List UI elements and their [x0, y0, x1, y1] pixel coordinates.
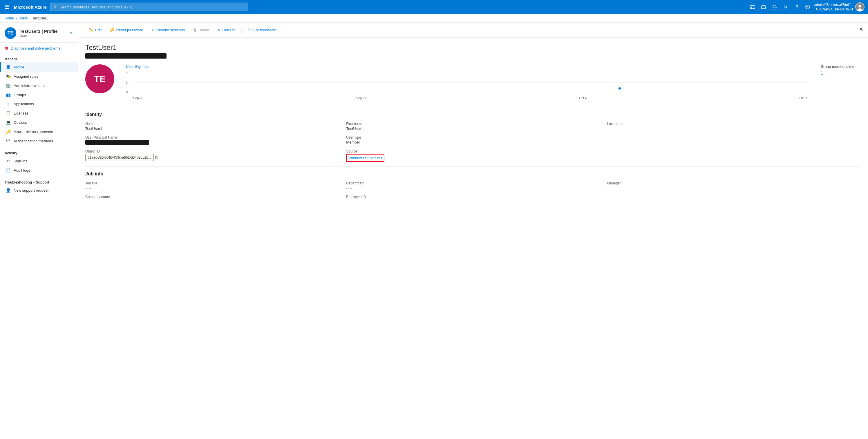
sidebar-item-label-audit-logs: Audit logs: [13, 168, 30, 173]
sidebar-item-new-support-request[interactable]: 👤 New support request: [0, 186, 78, 195]
group-memberships-label: Group memberships: [820, 64, 861, 69]
identity-field-first-name: First name TestUser1: [346, 122, 600, 131]
sidebar-item-groups[interactable]: 👥 Groups: [0, 90, 78, 99]
search-bar[interactable]: 🔍: [50, 3, 247, 11]
sidebar-section-troubleshooting: Troubleshooting + Support: [0, 178, 78, 186]
sidebar-avatar: TE: [5, 27, 16, 39]
job-value-company-name: -- --: [85, 199, 339, 204]
close-button[interactable]: ✕: [859, 26, 863, 32]
settings-icon[interactable]: [781, 2, 790, 11]
sidebar-item-profile[interactable]: 👤 Profile: [0, 62, 78, 72]
identity-field-name: Name TestUser1: [85, 122, 339, 131]
svg-point-8: [859, 5, 861, 7]
groups-icon: 👥: [5, 93, 11, 97]
applications-icon: ⊞: [5, 102, 11, 106]
notifications-icon[interactable]: [770, 2, 779, 11]
sidebar-item-label-applications: Applications: [13, 102, 34, 106]
search-input[interactable]: [60, 5, 244, 9]
revoke-sessions-button[interactable]: ⊘ Revoke sessions: [148, 26, 188, 34]
identity-label-name: Name: [85, 122, 339, 126]
sidebar-user-name: TestUser1 | Profile: [20, 29, 65, 34]
identity-field-source: Source Windows Server AD: [346, 149, 600, 162]
delete-button[interactable]: 🗑 Delete: [189, 26, 213, 34]
sidebar-item-diagnose[interactable]: ✖ Diagnose and solve problems: [0, 43, 78, 54]
reset-password-icon: 🔑: [110, 28, 114, 32]
sidebar-section-manage: Manage: [0, 54, 78, 62]
sidebar-item-label-profile: Profile: [13, 65, 24, 69]
identity-label-last-name: Last name: [607, 122, 861, 126]
feedback-icon[interactable]: [803, 2, 812, 11]
revoke-sessions-label: Revoke sessions: [156, 28, 185, 32]
azure-role-icon: 🔑: [5, 129, 11, 134]
feedback-icon: ♡: [247, 28, 251, 32]
help-icon[interactable]: ?: [792, 2, 801, 11]
breadcrumb-home[interactable]: Home: [5, 16, 14, 20]
group-memberships-count[interactable]: 1: [820, 70, 861, 76]
sidebar-item-label-licenses: Licenses: [13, 111, 28, 116]
sidebar-item-sign-ins[interactable]: ↩ Sign-ins: [0, 156, 78, 165]
chart-area: 4 2 0: [126, 71, 809, 100]
chart-y-labels: 4 2 0: [126, 71, 132, 94]
chart-y-4: 4: [126, 71, 132, 74]
job-info-title: Job info: [85, 171, 861, 177]
copy-object-id-button[interactable]: ⧉: [155, 155, 158, 160]
breadcrumb-users[interactable]: Users: [19, 16, 28, 20]
licenses-icon: 📋: [5, 111, 11, 116]
job-field-employee-id: Employee ID -- --: [346, 195, 600, 204]
hamburger-menu[interactable]: ☰: [3, 3, 10, 11]
user-menu[interactable]: admin@UniversalPrintT... Universal Print…: [814, 2, 865, 11]
job-value-department: -- --: [346, 186, 600, 190]
sidebar-item-assigned-roles[interactable]: 🎭 Assigned roles: [0, 72, 78, 81]
sidebar-item-label-assigned-roles: Assigned roles: [13, 74, 38, 79]
sidebar-item-administrative-units[interactable]: 🏢 Administrative units: [0, 81, 78, 90]
reset-password-button[interactable]: 🔑 Reset password: [106, 26, 147, 34]
support-icon: 👤: [5, 188, 11, 192]
svg-point-13: [619, 87, 621, 90]
identity-field-empty-2: [607, 149, 861, 162]
job-info-section: Job info Job title -- -- Department -- -…: [85, 171, 861, 204]
chart-x-sep27: Sep 27: [356, 96, 366, 100]
edit-button[interactable]: ✏️ Edit: [85, 26, 105, 34]
profile-charts: User Sign-ins 4 2 0: [126, 64, 861, 100]
job-label-department: Department: [346, 181, 600, 185]
chart-svg: [133, 71, 809, 94]
profile-avatar-area: TE: [85, 64, 114, 100]
sidebar-item-label-groups: Groups: [13, 93, 26, 97]
bottom-spacer: [85, 204, 861, 215]
sidebar-collapse-button[interactable]: «: [68, 29, 73, 37]
cloud-shell-icon[interactable]: [748, 2, 757, 11]
administrative-units-icon: 🏢: [5, 83, 11, 88]
sidebar-item-applications[interactable]: ⊞ Applications: [0, 99, 78, 108]
refresh-label: Refresh: [222, 28, 236, 32]
sidebar-item-licenses[interactable]: 📋 Licenses: [0, 108, 78, 118]
profile-avatar: TE: [85, 64, 114, 93]
source-link[interactable]: Windows Server AD: [348, 156, 382, 160]
sidebar-item-authentication-methods[interactable]: 🛡 Authentication methods: [0, 136, 78, 146]
identity-value-first-name: TestUser1: [346, 126, 600, 131]
chart-y-2: 2: [126, 81, 132, 84]
breadcrumb-sep-1: ›: [16, 16, 17, 20]
identity-field-empty-1: [607, 135, 861, 145]
assigned-roles-icon: 🎭: [5, 74, 11, 79]
chart-x-oct11: Oct 11: [800, 96, 809, 100]
sidebar-item-label-sign-ins: Sign-ins: [13, 159, 27, 163]
edit-label: Edit: [95, 28, 101, 32]
feedback-button[interactable]: ♡ Got feedback?: [244, 26, 281, 34]
identity-value-upn-redacted: [85, 140, 149, 145]
sidebar-divider-1: [0, 147, 78, 147]
search-icon: 🔍: [53, 5, 58, 9]
job-label-job-title: Job title: [85, 181, 339, 185]
breadcrumb-current: TestUser1: [32, 16, 48, 20]
sidebar-item-devices[interactable]: 💻 Devices: [0, 118, 78, 127]
identity-label-upn: User Principal Name: [85, 135, 339, 139]
sidebar-item-audit-logs[interactable]: 📄 Audit logs: [0, 165, 78, 175]
sidebar-item-label-authentication-methods: Authentication methods: [13, 139, 53, 143]
top-nav-icons: ? admin@UniversalPrintT... Universal Pri…: [748, 2, 865, 11]
refresh-button[interactable]: ↻ Refresh: [214, 26, 239, 34]
directory-icon[interactable]: [759, 2, 768, 11]
redacted-subtitle: [85, 53, 166, 59]
sidebar-item-azure-role-assignments[interactable]: 🔑 Azure role assignments: [0, 127, 78, 136]
user-avatar: [855, 2, 865, 11]
identity-field-upn: User Principal Name: [85, 135, 339, 145]
sidebar-divider-2: [0, 176, 78, 176]
